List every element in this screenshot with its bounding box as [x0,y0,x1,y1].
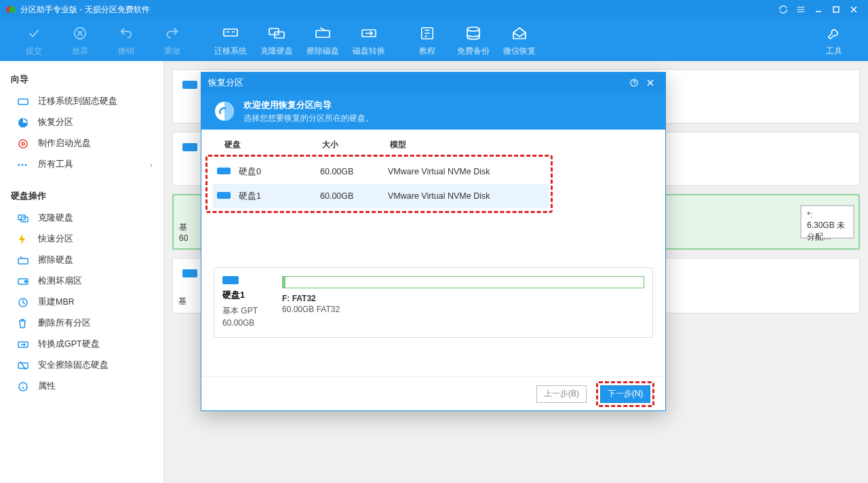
svg-point-15 [22,163,24,166]
partition-size: 60.00GB FAT32 [282,305,644,314]
disk-convert-button[interactable]: 磁盘转换 [346,19,392,61]
close-button[interactable] [845,3,863,16]
disk-icon [217,191,232,202]
dialog-footer: 上一步(B) 下一步(N) [201,376,665,410]
svg-point-21 [25,280,27,282]
highlighted-next: 下一步(N) [596,381,654,407]
sidebar-item-delete-all[interactable]: 删除所有分区 [0,313,163,334]
svg-point-1 [9,6,16,13]
redo-button[interactable]: 重做 [149,19,195,61]
disk-icon [222,276,239,288]
svg-rect-31 [182,143,197,151]
dialog-titlebar: 恢复分区 [201,73,665,93]
sidebar-section-disk-ops: 硬盘操作 [0,185,163,208]
svg-point-12 [19,140,27,148]
svg-rect-36 [217,192,231,199]
svg-rect-32 [182,269,197,277]
commit-button[interactable]: 提交 [11,19,57,61]
window-title: 分区助手专业版 - 无损分区免费软件 [20,4,774,16]
wechat-recover-button[interactable]: 微信恢复 [496,19,542,61]
recover-partition-dialog: 恢复分区 欢迎使用恢复分区向导 选择您想要恢复的分区所在的硬盘。 硬盘 大小 模… [201,72,666,411]
svg-rect-4 [224,29,237,36]
svg-rect-11 [18,99,28,104]
discard-button[interactable]: 放弃 [57,19,103,61]
disk-icon [182,79,197,93]
sidebar-item-quick-partition[interactable]: 快速分区 [0,229,163,250]
app-logo-icon [5,4,16,15]
titlebar: 分区助手专业版 - 无损分区免费软件 [0,0,868,19]
dialog-subheading: 选择您想要恢复的分区所在的硬盘。 [243,113,374,124]
table-row[interactable]: 硬盘0 60.00GB VMware Virtual NVMe Disk [213,159,549,184]
help-icon[interactable] [626,75,642,91]
clone-disk-button[interactable]: 克隆硬盘 [254,19,300,61]
table-row[interactable]: 硬盘1 60.00GB VMware Virtual NVMe Disk [213,184,549,208]
wizard-icon [214,100,235,122]
sidebar-item-all-tools[interactable]: 所有工具› [0,154,163,175]
unallocated-label: *: [807,210,848,220]
refresh-icon[interactable] [774,3,792,16]
svg-point-16 [25,163,27,166]
sidebar-item-bad-sector[interactable]: 检测坏扇区 [0,271,163,292]
tutorial-button[interactable]: 教程 [404,19,450,61]
svg-rect-35 [217,168,231,174]
disk-icon [182,142,197,155]
disk-table: 硬盘 大小 模型 硬盘0 60.00GB VMware Virtual NVMe… [214,139,653,213]
tools-button[interactable]: 工具 [811,19,857,61]
sidebar-item-wipe-disk[interactable]: 擦除硬盘 [0,250,163,271]
dialog-title: 恢复分区 [208,77,626,89]
free-backup-button[interactable]: 免费备份 [450,19,496,61]
dialog-header: 欢迎使用恢复分区向导 选择您想要恢复的分区所在的硬盘。 [201,93,665,130]
menu-icon[interactable] [792,3,810,16]
svg-point-10 [467,27,479,31]
sidebar-item-boot-cd[interactable]: 制作启动光盘 [0,133,163,154]
minimize-button[interactable] [810,3,827,16]
sidebar-section-wizard: 向导 [0,68,163,91]
sidebar-item-secure-erase-ssd[interactable]: 安全擦除固态硬盘 [0,355,163,376]
sidebar-item-properties[interactable]: 属性 [0,376,163,397]
wipe-disk-button[interactable]: 擦除磁盘 [300,19,346,61]
next-button[interactable]: 下一步(N) [600,385,650,403]
disk-icon [217,166,232,178]
partition-bar [282,276,644,288]
sidebar: 向导 迁移系统到固态硬盘 恢复分区 制作启动光盘 所有工具› 硬盘操作 克隆硬盘… [0,61,164,483]
undo-button[interactable]: 撤销 [103,19,149,61]
chevron-right-icon: › [150,161,153,169]
back-button[interactable]: 上一步(B) [536,385,587,403]
disk-icon [182,268,197,282]
table-header: 硬盘 大小 模型 [214,139,653,153]
svg-point-14 [18,163,20,166]
maximize-button[interactable] [827,3,845,16]
dialog-close-button[interactable] [642,75,658,91]
sidebar-item-convert-gpt[interactable]: 转换成GPT硬盘 [0,334,163,355]
sidebar-item-rebuild-mbr[interactable]: 重建MBR [0,292,163,313]
svg-rect-19 [18,258,28,264]
svg-rect-7 [316,31,330,37]
svg-point-13 [22,142,24,145]
partition-label: F: FAT32 [282,294,644,303]
sidebar-item-migrate-ssd[interactable]: 迁移系统到固态硬盘 [0,91,163,112]
sidebar-item-clone-disk[interactable]: 克隆硬盘 [0,208,163,229]
dialog-body: 硬盘 大小 模型 硬盘0 60.00GB VMware Virtual NVMe… [201,130,665,376]
disk-preview: 硬盘1 基本 GPT 60.00GB F: FAT32 60.00GB FAT3… [214,267,653,338]
svg-rect-2 [833,7,839,12]
main-toolbar: 提交 放弃 撤销 重做 迁移系统 克隆硬盘 擦除磁盘 磁盘转换 教程 免费备份 … [0,19,868,61]
svg-rect-37 [222,276,239,284]
dialog-heading: 欢迎使用恢复分区向导 [243,99,374,111]
migrate-os-button[interactable]: 迁移系统 [208,19,254,61]
svg-rect-30 [182,81,197,89]
sidebar-item-recover-partition[interactable]: 恢复分区 [0,112,163,133]
highlighted-disk-list: 硬盘0 60.00GB VMware Virtual NVMe Disk 硬盘1… [205,155,553,213]
